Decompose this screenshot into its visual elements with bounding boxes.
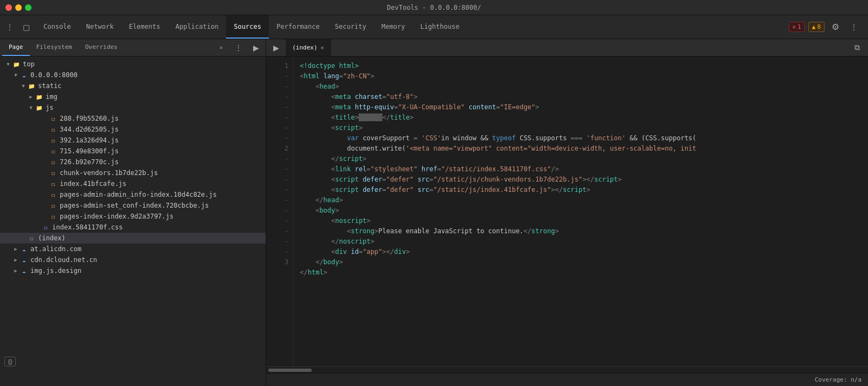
label-img: img xyxy=(46,93,58,101)
list-item[interactable]: ◻ pages-admin-set_conf-index.720cbcbe.js xyxy=(0,200,266,211)
close-button[interactable] xyxy=(5,4,12,11)
close-tab-icon[interactable]: ✕ xyxy=(320,45,324,51)
collapse-sidebar-btn[interactable]: ▶ xyxy=(266,39,286,56)
list-item[interactable]: ◻ 392.1a326d94.js xyxy=(0,135,266,146)
caret-imgjs: ▶ xyxy=(12,267,20,275)
maximize-button[interactable] xyxy=(25,4,32,11)
ln-bp5: - xyxy=(266,113,288,123)
caret-host: ▼ xyxy=(12,71,20,79)
left-panel: Page Filesystem Overrides » ⋮ ▶ ▼ 📁 top … xyxy=(0,39,266,386)
code-line-9: document.write('<meta name="viewport" co… xyxy=(300,144,868,154)
more-options-icon[interactable]: ⋮ xyxy=(846,20,861,35)
label-715: 715.49e8300f.js xyxy=(60,147,118,155)
code-editor: 1 - - - - - - - 2 - - - - - - - - - - 3 xyxy=(266,57,868,366)
window-controls xyxy=(5,4,32,11)
ln-bp6: - xyxy=(266,123,288,133)
cloud-icon-host: ☁ xyxy=(20,71,28,79)
toggle-sidebar-icon[interactable]: ▶ xyxy=(268,40,284,55)
caret-js: ▼ xyxy=(27,104,35,111)
tab-performance[interactable]: Performance xyxy=(269,15,327,39)
tab-overrides[interactable]: Overrides xyxy=(79,39,124,56)
coverage-label: Coverage: n/a xyxy=(815,376,861,383)
tree-item-index-selected[interactable]: ◻ (index) xyxy=(0,233,266,244)
tree-item-top[interactable]: ▼ 📁 top xyxy=(0,59,266,70)
label-pages-admin-info: pages-admin-admin_info-index.10d4c82e.js xyxy=(60,191,217,198)
tabbar-right: ✕ 1 ▲ 8 ⚙ ⋮ xyxy=(789,15,866,39)
tab-elements[interactable]: Elements xyxy=(121,15,168,39)
tab-security[interactable]: Security xyxy=(328,15,374,39)
code-text: <div id="app"></div> xyxy=(300,247,410,257)
code-text: </script> xyxy=(300,154,367,164)
code-content[interactable]: <!doctype html> <html lang="zh-CN"> <hea… xyxy=(293,57,868,366)
panel-tabs-chevron-icon[interactable]: » xyxy=(213,40,229,55)
code-text: document.write('<meta name="viewport" co… xyxy=(300,144,696,154)
code-text: <script defer="defer" src="/static/js/in… xyxy=(300,185,590,195)
tree-item-img[interactable]: ▶ 📁 img xyxy=(0,91,266,102)
tree-item-alicdn[interactable]: ▶ ☁ at.alicdn.com xyxy=(0,244,266,254)
editor-tabs: ▶ (index) ✕ ⧉ xyxy=(266,39,868,57)
code-text: <!doctype html> xyxy=(300,61,358,71)
warning-icon: ▲ xyxy=(812,23,816,30)
tree-item-host[interactable]: ▼ ☁ 0.0.0.0:8000 xyxy=(0,70,266,80)
tree-item-static[interactable]: ▼ 📁 static xyxy=(0,80,266,91)
editor-panel: ▶ (index) ✕ ⧉ 1 - - - - - - - 2 - xyxy=(266,39,868,386)
list-item[interactable]: ◻ 344.d2d62505.js xyxy=(0,124,266,135)
list-item[interactable]: ◻ index.41bfcafe.js xyxy=(0,178,266,189)
panel-more-icon[interactable]: ⋮ xyxy=(231,40,246,55)
split-editor-icon[interactable]: ⧉ xyxy=(850,40,865,55)
minimize-button[interactable] xyxy=(15,4,22,11)
tab-memory[interactable]: Memory xyxy=(374,15,412,39)
tab-sources[interactable]: Sources xyxy=(226,15,269,39)
list-item[interactable]: ◻ chunk-vendors.1b7de22b.js xyxy=(0,167,266,178)
file-icon-css: ◻ xyxy=(41,223,50,232)
tree-item-dcloud[interactable]: ▶ ☁ cdn.dcloud.net.cn xyxy=(0,254,266,265)
horizontal-scrollbar[interactable] xyxy=(266,366,868,373)
code-text: <html lang="zh-CN"> xyxy=(300,71,374,82)
cloud-icon-alicdn: ☁ xyxy=(20,245,28,253)
panel-tabs-more: » ⋮ ▶ xyxy=(213,40,263,55)
warning-count-badge[interactable]: ▲ 8 xyxy=(808,22,825,32)
ln-bp15: - xyxy=(266,216,288,226)
ln-1: 1 xyxy=(266,61,288,71)
error-count-badge[interactable]: ✕ 1 xyxy=(789,22,805,32)
tab-lighthouse[interactable]: Lighthouse xyxy=(413,15,467,39)
tree-item-js[interactable]: ▼ 📁 js xyxy=(0,102,266,113)
list-item[interactable]: ◻ 288.f9b55260.js xyxy=(0,113,266,124)
dock-icon[interactable]: ▢ xyxy=(18,20,34,35)
error-count: 1 xyxy=(797,23,801,30)
tree-item-imgjs[interactable]: ▶ ☁ img.js.design xyxy=(0,265,266,276)
ln-2: 2 xyxy=(266,144,288,154)
label-alicdn: at.alicdn.com xyxy=(30,245,81,253)
tab-console[interactable]: Console xyxy=(36,15,79,39)
file-icon-js: ◻ xyxy=(49,158,58,166)
tab-application[interactable]: Application xyxy=(168,15,226,39)
tab-filesystem[interactable]: Filesystem xyxy=(30,39,79,56)
list-item[interactable]: ◻ pages-admin-admin_info-index.10d4c82e.… xyxy=(0,189,266,200)
caret-static: ▼ xyxy=(20,82,27,90)
list-item[interactable]: ◻ index.5841170f.css xyxy=(0,222,266,233)
caret-top: ▼ xyxy=(4,60,12,68)
code-text: <script> xyxy=(300,123,363,133)
editor-tab-index[interactable]: (index) ✕ xyxy=(286,39,331,56)
label-host: 0.0.0.0:8000 xyxy=(30,71,78,79)
code-text: <strong>Please enable JavaScript to cont… xyxy=(300,226,559,236)
list-item[interactable]: ◻ 726.b92e770c.js xyxy=(0,157,266,167)
file-icon-js: ◻ xyxy=(49,125,58,134)
list-item[interactable]: ◻ 715.49e8300f.js xyxy=(0,146,266,157)
file-icon-js: ◻ xyxy=(49,201,58,210)
ln-bp14: - xyxy=(266,206,288,216)
settings-icon[interactable]: ⚙ xyxy=(828,20,843,35)
code-text: <noscript> xyxy=(300,216,370,226)
file-icon-js: ◻ xyxy=(49,179,58,188)
list-item[interactable]: ◻ pages-index-index.9d2a3797.js xyxy=(0,211,266,222)
ln-bp10: - xyxy=(266,164,288,175)
file-tree: ▼ 📁 top ▼ ☁ 0.0.0.0:8000 ▼ 📁 static xyxy=(0,57,266,386)
panel-sidebar-icon[interactable]: ▶ xyxy=(248,40,263,55)
ln-bp1: - xyxy=(266,71,288,82)
scrollbar-thumb[interactable] xyxy=(268,369,312,372)
devtools-menu-icon[interactable]: ⋮ xyxy=(2,20,17,35)
code-line-16: <noscript> xyxy=(300,216,868,226)
tab-network[interactable]: Network xyxy=(79,15,122,39)
tab-page[interactable]: Page xyxy=(2,39,30,56)
panel-tabs: Page Filesystem Overrides » ⋮ ▶ xyxy=(0,39,266,57)
